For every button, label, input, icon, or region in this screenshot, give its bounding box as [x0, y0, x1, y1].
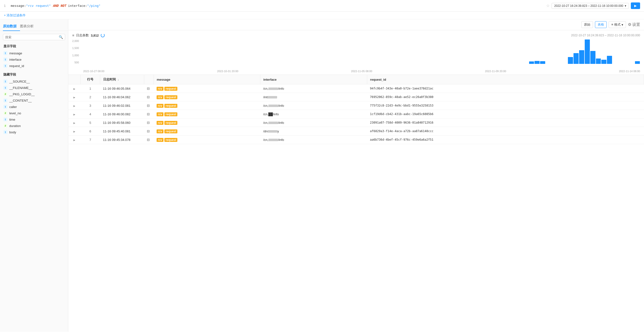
row-request-id: af6829a3-f14e-4aca-a72b-aa87a6148ccc — [367, 127, 644, 136]
query-part-4: NOT — [60, 4, 66, 7]
row-message: rcvrequest — [154, 101, 260, 110]
table-view-button[interactable]: 表格 — [595, 21, 607, 28]
field-item---content--[interactable]: t__CONTENT__ — [0, 97, 68, 104]
expand-icon[interactable]: ▶ — [74, 139, 76, 141]
settings-button[interactable]: ⚙ 设置 — [628, 22, 640, 27]
x-label-4: 2022-11-09 20:00 — [485, 70, 506, 73]
tag-rcv: rcv — [156, 112, 164, 116]
row-search-icon[interactable]: ⊟ — [147, 138, 150, 142]
field-item-body[interactable]: tbody — [0, 129, 68, 135]
bar-91 — [590, 51, 596, 64]
field-item---pkg-logid--[interactable]: #__PKG_LOGID__ — [0, 91, 68, 97]
field-type-badge: t — [4, 117, 7, 121]
field-item-level-no[interactable]: #level_no — [0, 110, 68, 116]
expand-icon[interactable]: ▶ — [74, 87, 76, 90]
col-time[interactable]: 日志时间 ↓ — [100, 75, 144, 84]
field-type-badge: t — [4, 130, 7, 134]
row-request-id: 775f32c8-22d3-4e9c-bbd1-9555e3258153 — [367, 101, 644, 110]
x-label-1: 2022-10-27 08:00 — [83, 70, 104, 73]
x-label-3: 2022-11-05 08:00 — [351, 70, 372, 73]
row-request-id: 1cf19d6d-cb42-431b-aabc-19a65c6085b6 — [367, 110, 644, 118]
bar-60 — [418, 64, 423, 64]
y-label-2: 1,500 — [72, 46, 79, 49]
field-item-duration[interactable]: #duration — [0, 123, 68, 129]
filter-icon: ≡ — [72, 33, 74, 37]
bar-78 — [518, 64, 523, 64]
bar-59 — [412, 64, 417, 64]
add-filter[interactable]: + 添加过滤条件 — [0, 12, 644, 19]
bar-16 — [172, 64, 178, 64]
bar-63 — [434, 64, 439, 64]
expand-icon[interactable]: ▶ — [74, 130, 76, 133]
bar-34 — [273, 64, 278, 64]
field-item---filename--[interactable]: t__FILENAME__ — [0, 85, 68, 91]
row-message: rcvrequest — [154, 118, 260, 127]
bar-75 — [501, 64, 506, 64]
bar-96 — [618, 64, 623, 64]
tag-rcv: rcv — [156, 129, 164, 133]
bar-44 — [328, 64, 334, 64]
field-item-message[interactable]: tmessage — [0, 50, 68, 56]
row-search-icon[interactable]: ⊟ — [147, 112, 150, 116]
bar-6 — [116, 64, 122, 64]
row-interface: /dny — [260, 127, 367, 136]
bar-93 — [601, 60, 606, 64]
bar-82 — [540, 61, 545, 64]
row-search-icon[interactable]: ⊟ — [147, 104, 150, 107]
expand-icon[interactable]: ▶ — [74, 96, 76, 99]
field-name: message — [9, 51, 22, 55]
bar-85 — [557, 64, 562, 64]
favorite-icon[interactable]: ☆ — [546, 3, 550, 8]
expand-icon[interactable]: ▶ — [74, 105, 76, 107]
field-item---source--[interactable]: t__SOURCE__ — [0, 78, 68, 85]
main-layout: 原始数据 图表分析 🔍 显示字段 tmessagetinterfacetrequ… — [0, 19, 644, 332]
expand-icon[interactable]: ▶ — [74, 113, 76, 116]
bar-9 — [134, 64, 138, 64]
run-button[interactable]: ▶ — [631, 2, 640, 9]
bar-52 — [373, 64, 378, 64]
table-row: ▶711-16 09:45:34.078⊟rcvrequest/cn,/info… — [68, 136, 644, 144]
expand-icon[interactable]: ▶ — [74, 122, 76, 124]
bar-76 — [507, 64, 512, 64]
row-message: rcvrequest — [154, 110, 260, 118]
bar-50 — [362, 64, 367, 64]
search-icon: 🔍 — [59, 35, 63, 39]
row-search-icon[interactable]: ⊟ — [147, 86, 150, 90]
bar-10 — [139, 64, 144, 64]
field-search-input[interactable] — [5, 35, 59, 39]
field-item-time[interactable]: ttime — [0, 116, 68, 123]
table-row: ▶211-16 09:46:04.062⊟rcvrequest/int76952… — [68, 93, 644, 101]
tag-request: request — [164, 95, 177, 99]
bar-66 — [451, 64, 456, 64]
row-search-icon[interactable]: ⊟ — [147, 95, 150, 99]
tab-raw-data[interactable]: 原始数据 — [3, 22, 20, 31]
row-search-icon[interactable]: ⊟ — [147, 129, 150, 133]
row-number: 3 — [80, 101, 100, 110]
bar-71 — [479, 64, 484, 64]
bar-77 — [512, 64, 518, 64]
tab-chart-analysis[interactable]: 图表分析 — [20, 22, 37, 31]
bar-62 — [428, 64, 434, 64]
row-number: 2 — [80, 93, 100, 101]
y-label-4: 500 — [74, 61, 79, 64]
format-button[interactable]: ≡ 格式 ▾ — [609, 21, 626, 28]
bar-43 — [323, 64, 328, 64]
row-interface: /cn,██/info — [260, 110, 367, 118]
search-query[interactable]: message:"rcv request" AND NOT interface:… — [11, 4, 544, 7]
bar-97 — [624, 64, 629, 64]
row-search-icon[interactable]: ⊟ — [147, 121, 150, 125]
field-item-caller[interactable]: tcaller — [0, 104, 68, 110]
row-time: 11-16 09:45:34.078 — [100, 136, 144, 144]
table-row: ▶111-16 09:46:05.064⊟rcvrequest/cn,/info… — [68, 84, 644, 93]
table-section: 行号 日志时间 ↓ message interface request_id ▶… — [68, 75, 644, 332]
bar-11 — [144, 64, 150, 64]
bar-27 — [234, 64, 239, 64]
bar-74 — [496, 64, 500, 64]
field-item-request-id[interactable]: trequest_id — [0, 63, 68, 69]
bar-29 — [245, 64, 250, 64]
time-range-selector[interactable]: 2022-10-27 16:24:39.823 – 2022-11-16 10:… — [552, 3, 629, 9]
field-item-interface[interactable]: tinterface — [0, 56, 68, 63]
raw-view-button[interactable]: 原始 — [581, 21, 593, 28]
hidden-fields-list: t__SOURCE__t__FILENAME__#__PKG_LOGID__t_… — [0, 78, 68, 135]
bar-64 — [440, 64, 445, 64]
